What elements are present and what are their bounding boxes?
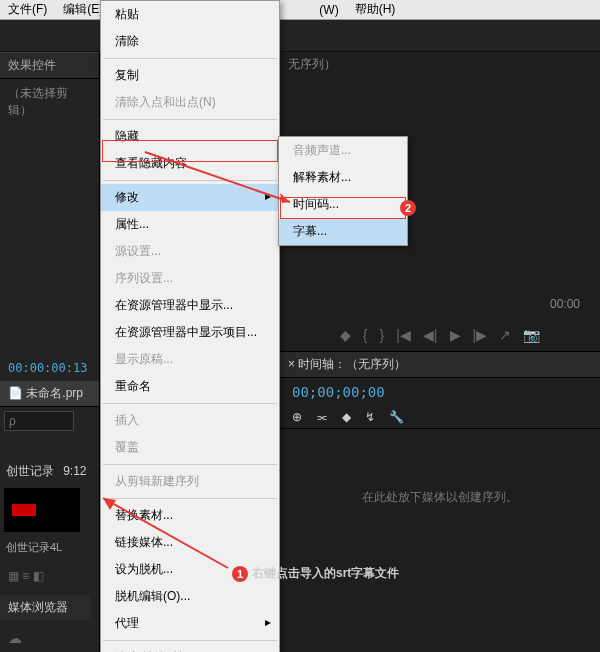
settings-icon[interactable]: ↯: [365, 410, 375, 424]
next-frame-icon[interactable]: |▶: [473, 327, 488, 343]
ctx-bom[interactable]: 脱机编辑(O)...: [101, 583, 279, 610]
ctx-source-settings: 源设置...: [101, 238, 279, 265]
mark-out-icon[interactable]: }: [380, 327, 385, 343]
ctx-sequence-settings: 序列设置...: [101, 265, 279, 292]
toolbar: [0, 20, 600, 52]
export-frame-icon[interactable]: 📷: [523, 327, 540, 343]
timeline-tools: ⊕ ⫘ ◆ ↯ 🔧: [280, 406, 600, 429]
media-browser-tab[interactable]: 媒体浏览器: [0, 595, 90, 620]
monitor-duration: 00:00: [550, 297, 580, 311]
badge-1: 1: [232, 566, 248, 582]
timeline-title: 时间轴：（无序列）: [298, 357, 406, 371]
monitor-seq-label: 无序列）: [280, 52, 600, 77]
step-fwd-icon[interactable]: ↗: [499, 327, 511, 343]
wrench-icon[interactable]: 🔧: [389, 410, 404, 424]
ctx-overwrite: 覆盖: [101, 434, 279, 461]
source-timecode: 00:00:00:13: [0, 355, 99, 381]
context-menu: 粘贴 清除 复制 清除入点和出点(N) 隐藏 查看隐藏内容 修改 属性... 源…: [100, 0, 280, 652]
left-column: 效果控件 （未选择剪辑） 00:00:00:13 📄 未命名.prp 创世记录 …: [0, 52, 100, 652]
clip-1[interactable]: 创世记录 9:12: [4, 461, 95, 482]
ctx-show-original: 显示原稿...: [101, 346, 279, 373]
ctx-new-seq: 从剪辑新建序列: [101, 468, 279, 495]
cc-icon: ☁: [8, 630, 22, 646]
menu-w[interactable]: (W): [311, 3, 346, 17]
ctx-reveal-project[interactable]: 在资源管理器中显示项目...: [101, 319, 279, 346]
timeline-timecode: 00;00;00;00: [280, 378, 600, 406]
ctx-speed: 速度/持续时间...: [101, 644, 279, 652]
ctx-hide[interactable]: 隐藏: [101, 123, 279, 150]
ctx-replace[interactable]: 替换素材...: [101, 502, 279, 529]
badge-2: 2: [400, 200, 416, 216]
ctx-clear[interactable]: 清除: [101, 28, 279, 55]
ctx-link[interactable]: 链接媒体...: [101, 529, 279, 556]
ctx-paste[interactable]: 粘贴: [101, 1, 279, 28]
ctx-view-hidden[interactable]: 查看隐藏内容: [101, 150, 279, 177]
clip-2[interactable]: 创世记录4L: [4, 538, 95, 557]
ctx-properties[interactable]: 属性...: [101, 211, 279, 238]
add-marker-icon[interactable]: {: [363, 327, 368, 343]
effect-controls-header[interactable]: 效果控件: [0, 52, 99, 79]
ctx-copy[interactable]: 复制: [101, 62, 279, 89]
sub-captions[interactable]: 字幕...: [279, 218, 407, 245]
sub-interpret[interactable]: 解释素材...: [279, 164, 407, 191]
ctx-modify[interactable]: 修改: [101, 184, 279, 211]
project-search[interactable]: [4, 411, 74, 431]
ctx-insert: 插入: [101, 407, 279, 434]
prev-frame-icon[interactable]: ◀|: [423, 327, 438, 343]
snap-icon[interactable]: ⊕: [292, 410, 302, 424]
sub-timecode[interactable]: 时间码...: [279, 191, 407, 218]
view-toggles[interactable]: ▦ ≡ ◧: [0, 563, 99, 589]
play-icon[interactable]: ▶: [450, 327, 461, 343]
clip-thumbnail[interactable]: [4, 488, 80, 532]
no-clip-label: （未选择剪辑）: [0, 79, 99, 125]
menu-file[interactable]: 文件(F): [0, 1, 55, 18]
ctx-reveal-explorer[interactable]: 在资源管理器中显示...: [101, 292, 279, 319]
project-tab-label: 未命名.prp: [26, 386, 83, 400]
monitor-controls: ◆ { } |◀ ◀| ▶ |▶ ↗ 📷: [280, 327, 600, 343]
sub-audio-channels: 音频声道...: [279, 137, 407, 164]
marker-icon[interactable]: ◆: [342, 410, 351, 424]
menu-help[interactable]: 帮助(H): [347, 1, 404, 18]
ctx-in-out: 清除入点和出点(N): [101, 89, 279, 116]
mark-in-icon[interactable]: ◆: [340, 327, 351, 343]
project-tab[interactable]: 📄 未命名.prp: [0, 381, 99, 407]
link-icon[interactable]: ⫘: [316, 410, 328, 424]
ctx-rename[interactable]: 重命名: [101, 373, 279, 400]
annotation-text: 1右键点击导入的srt字幕文件: [232, 565, 399, 582]
ctx-proxy[interactable]: 代理: [101, 610, 279, 637]
timeline-empty-text: 在此处放下媒体以创建序列。: [280, 429, 600, 566]
menu-bar: 文件(F) 编辑(E) (W) 帮助(H): [0, 0, 600, 20]
timeline-header: × 时间轴：（无序列）: [280, 352, 600, 378]
modify-submenu: 音频声道... 解释素材... 时间码... 字幕...: [278, 136, 408, 246]
step-back-icon[interactable]: |◀: [396, 327, 411, 343]
